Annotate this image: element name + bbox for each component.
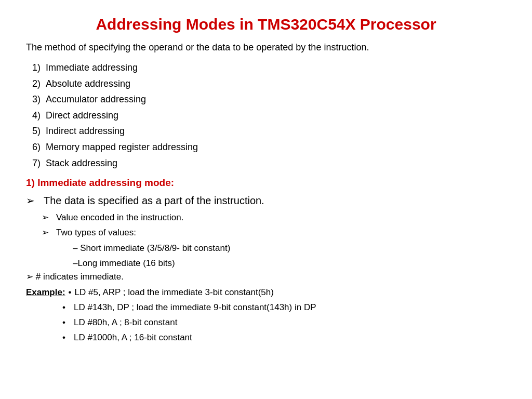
example-line-1: • LD #143h, DP ; load the immediate 9-bi… — [62, 300, 506, 315]
page-title: Addressing Modes in TMS320C54X Processor — [26, 16, 506, 33]
numbered-list: 1)Immediate addressing2)Absolute address… — [26, 60, 506, 171]
list-text-7: Stack addressing — [46, 155, 117, 171]
bullet-text-1: The data is specified as a part of the i… — [44, 193, 264, 208]
list-text-4: Direct addressing — [46, 108, 118, 124]
hash-note: ➢ # indicates immediate. — [26, 271, 506, 282]
arrow-icon-3: ➢ — [42, 225, 52, 240]
bullet-item-2: ➢ Value encoded in the instruction. — [42, 210, 506, 224]
sub-bullet-text-1: – Short immediate (3/5/8/9- bit constant… — [73, 241, 230, 255]
arrow-icon-2: ➢ — [42, 210, 52, 224]
example-section: Example:• LD #5, ARP ; load the immediat… — [26, 285, 506, 345]
list-item-7: 7)Stack addressing — [26, 155, 506, 171]
bullet-item-3: ➢ Two types of values: — [42, 225, 506, 240]
list-num-4: 4) — [26, 108, 41, 124]
example-first-line: Example:• LD #5, ARP ; load the immediat… — [26, 285, 506, 300]
list-text-6: Memory mapped register addressing — [46, 139, 198, 155]
section-heading: 1) Immediate addressing mode: — [26, 177, 506, 189]
sub-bullet-1: – Short immediate (3/5/8/9- bit constant… — [73, 241, 506, 255]
list-text-3: Accumulator addressing — [46, 91, 146, 108]
list-num-2: 2) — [26, 76, 41, 92]
sub-bullet-2: –Long immediate (16 bits) — [73, 256, 506, 270]
example-text-3: LD #1000h, A ; 16-bit constant — [74, 330, 192, 345]
example-text-0: LD #5, ARP ; load the immediate 3-bit co… — [75, 285, 274, 300]
list-item-6: 6)Memory mapped register addressing — [26, 139, 506, 155]
list-text-2: Absolute addressing — [46, 76, 130, 92]
example-text-1: LD #143h, DP ; load the immediate 9-bit … — [74, 300, 316, 315]
example-text-2: LD #80h, A ; 8-bit constant — [74, 315, 177, 330]
list-num-1: 1) — [26, 60, 41, 76]
example-line-3: • LD #1000h, A ; 16-bit constant — [62, 330, 506, 345]
list-item-3: 3)Accumulator addressing — [26, 91, 506, 108]
bullet-text-3: Two types of values: — [56, 225, 136, 240]
list-num-5: 5) — [26, 123, 41, 139]
list-num-7: 7) — [26, 155, 41, 171]
list-text-5: Indirect addressing — [46, 123, 125, 139]
list-num-6: 6) — [26, 139, 41, 155]
list-item-1: 1)Immediate addressing — [26, 60, 506, 76]
bullet-item-1: ➢ The data is specified as a part of the… — [26, 193, 506, 208]
dot-3: • — [62, 330, 71, 345]
dot-1: • — [62, 300, 71, 315]
list-item-5: 5)Indirect addressing — [26, 123, 506, 139]
dot-2: • — [62, 315, 71, 330]
list-item-4: 4)Direct addressing — [26, 108, 506, 124]
list-item-2: 2)Absolute addressing — [26, 76, 506, 92]
arrow-icon-1: ➢ — [26, 193, 38, 208]
list-num-3: 3) — [26, 91, 41, 108]
bullet-text-2: Value encoded in the instruction. — [56, 210, 183, 224]
sub-bullet-text-2: –Long immediate (16 bits) — [73, 256, 175, 270]
example-bullet-0: • — [69, 285, 72, 300]
example-line-2: • LD #80h, A ; 8-bit constant — [62, 315, 506, 330]
intro-text: The method of specifying the operand or … — [26, 41, 506, 55]
list-text-1: Immediate addressing — [46, 60, 138, 76]
example-label: Example: — [26, 285, 65, 300]
